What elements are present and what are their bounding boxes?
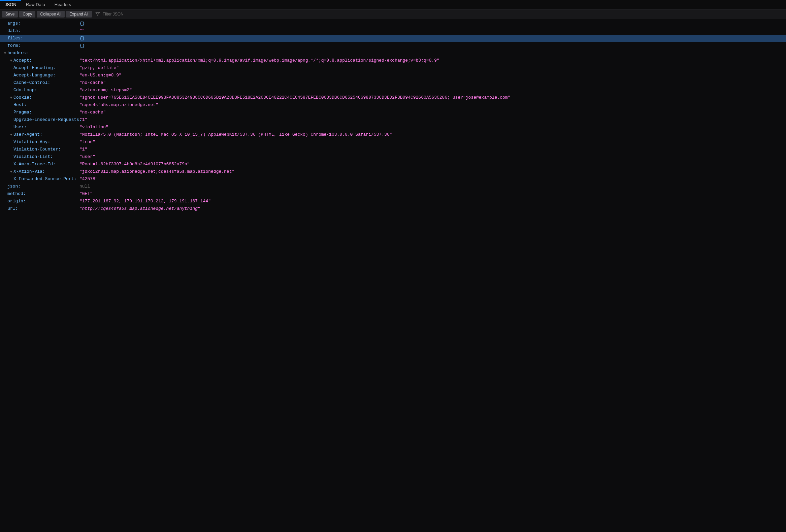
row-headers[interactable]: ▼headers:: [0, 49, 786, 57]
filter-input[interactable]: [102, 11, 784, 17]
row-pragma[interactable]: ▼Pragma: "no-cache": [0, 109, 786, 116]
key-files: files:: [7, 35, 25, 42]
row-accept[interactable]: ▼Accept: "text/html,application/xhtml+xm…: [0, 57, 786, 64]
val-violation-list: "user": [79, 154, 786, 160]
row-violation-list[interactable]: ▼Violation-List: "user": [0, 153, 786, 161]
tab-raw-data[interactable]: Raw Data: [21, 0, 50, 9]
row-accept-encoding[interactable]: ▼Accept-Encoding: "gzip, deflate": [0, 64, 786, 72]
val-upgrade-insecure-requests: "1": [79, 116, 786, 123]
expand-all-button[interactable]: Expand All: [66, 11, 92, 18]
toggle-accept[interactable]: ▼: [9, 57, 14, 63]
key-user: User:: [14, 124, 28, 131]
tab-json[interactable]: JSON: [0, 0, 21, 9]
row-files[interactable]: ▼files: {}: [0, 35, 786, 42]
row-cookie[interactable]: ▼Cookie: "sgnck_user=765E613EA58E84CEEE9…: [0, 94, 786, 101]
row-data[interactable]: ▼data: "": [0, 27, 786, 35]
tab-headers[interactable]: Headers: [50, 0, 76, 9]
key-headers: headers:: [7, 50, 30, 56]
key-x-amzn-trace-id: X-Amzn-Trace-Id:: [14, 161, 57, 168]
key-method: method:: [7, 190, 27, 197]
row-user-agent[interactable]: ▼User-Agent: "Mozilla/5.0 (Macintosh; In…: [0, 131, 786, 138]
row-form[interactable]: ▼form: {}: [0, 42, 786, 49]
val-origin: "177.201.187.92, 179.191.170.212, 179.19…: [79, 198, 786, 205]
toggle-x-azion-via[interactable]: ▼: [9, 168, 14, 175]
key-url: url:: [7, 205, 19, 212]
val-form: {}: [79, 42, 786, 49]
key-cdn-loop: Cdn-Loop:: [14, 87, 39, 94]
val-json: null: [79, 183, 786, 190]
row-json[interactable]: ▼json: null: [0, 183, 786, 190]
save-button[interactable]: Save: [2, 11, 18, 18]
filter-icon: [95, 12, 100, 17]
val-data: "": [79, 28, 786, 34]
json-tree: ▼args: {} ▼data: "" ▼files: {} ▼form: {}…: [0, 19, 786, 219]
key-origin: origin:: [7, 198, 27, 205]
key-json: json:: [7, 183, 22, 190]
val-x-amzn-trace-id: "Root=1-62bf3307-4b0d8b2c4d91077b6852a79…: [79, 161, 786, 168]
row-x-azion-via[interactable]: ▼X-Azion-Via: "jdxoi2r0i2.map.azionedge.…: [0, 168, 786, 176]
val-args: {}: [79, 20, 786, 27]
key-pragma: Pragma:: [14, 109, 33, 116]
key-cache-control: Cache-Control:: [14, 79, 51, 86]
key-violation-any: Violation-Any:: [14, 139, 51, 145]
row-violation-any[interactable]: ▼Violation-Any: "true": [0, 138, 786, 146]
row-method[interactable]: ▼method: "GET": [0, 190, 786, 198]
val-user: "violation": [79, 124, 786, 131]
key-host: Host:: [14, 102, 28, 109]
row-upgrade-insecure-requests[interactable]: ▼Upgrade-Insecure-Requests: "1": [0, 116, 786, 123]
val-pragma: "no-cache": [79, 109, 786, 116]
val-host: "cqes4sfa5s.map.azionedge.net": [79, 102, 786, 109]
filter-wrap: [95, 11, 784, 17]
row-url[interactable]: ▼url: "http://cqes4sfa5s.map.azionedge.n…: [0, 205, 786, 212]
toggle-cookie[interactable]: ▼: [9, 94, 14, 100]
key-accept-encoding: Accept-Encoding:: [14, 65, 57, 71]
val-files: {}: [79, 35, 786, 42]
key-violation-counter: Violation-Counter:: [14, 146, 62, 153]
val-accept-encoding: "gzip, deflate": [79, 65, 786, 71]
row-x-amzn-trace-id[interactable]: ▼X-Amzn-Trace-Id: "Root=1-62bf3307-4b0d8…: [0, 161, 786, 168]
row-origin[interactable]: ▼origin: "177.201.187.92, 179.191.170.21…: [0, 198, 786, 205]
key-x-forwarded-source-port: X-Forwarded-Source-Port:: [14, 176, 78, 183]
key-user-agent: User-Agent:: [14, 131, 44, 138]
key-violation-list: Violation-List:: [14, 154, 54, 160]
key-accept-language: Accept-Language:: [14, 72, 57, 79]
val-url: "http://cqes4sfa5s.map.azionedge.net/any…: [79, 205, 786, 212]
toggle-headers[interactable]: ▼: [3, 50, 7, 56]
val-cache-control: "no-cache": [79, 79, 786, 86]
val-violation-any: "true": [79, 139, 786, 145]
collapse-all-button[interactable]: Collapse All: [37, 11, 65, 18]
row-x-forwarded-source-port[interactable]: ▼X-Forwarded-Source-Port: "42578": [0, 176, 786, 183]
key-form: form:: [7, 42, 22, 49]
val-user-agent: "Mozilla/5.0 (Macintosh; Intel Mac OS X …: [79, 131, 786, 138]
row-host[interactable]: ▼Host: "cqes4sfa5s.map.azionedge.net": [0, 101, 786, 109]
val-cookie: "sgnck_user=765E613EA58E84CEEE993FA38853…: [79, 94, 786, 101]
row-args[interactable]: ▼args: {}: [0, 20, 786, 27]
row-user[interactable]: ▼User: "violation": [0, 123, 786, 131]
row-violation-counter[interactable]: ▼Violation-Counter: "1": [0, 146, 786, 153]
row-cache-control[interactable]: ▼Cache-Control: "no-cache": [0, 79, 786, 87]
toggle-user-agent[interactable]: ▼: [9, 131, 14, 137]
key-x-azion-via: X-Azion-Via:: [14, 168, 46, 175]
val-cdn-loop: "azion.com; steps=2": [79, 87, 786, 94]
key-args: args:: [7, 20, 22, 27]
key-cookie: Cookie:: [14, 94, 33, 101]
val-x-forwarded-source-port: "42578": [79, 176, 786, 183]
row-cdn-loop[interactable]: ▼Cdn-Loop: "azion.com; steps=2": [0, 87, 786, 94]
val-x-azion-via: "jdxoi2r0i2.map.azionedge.net;cqes4sfa5s…: [79, 168, 786, 175]
key-upgrade-insecure-requests: Upgrade-Insecure-Requests:: [14, 116, 83, 123]
copy-button[interactable]: Copy: [19, 11, 36, 18]
val-accept: "text/html,application/xhtml+xml,applica…: [79, 57, 786, 64]
row-accept-language[interactable]: ▼Accept-Language: "en-US,en;q=0.9": [0, 72, 786, 79]
val-method: "GET": [79, 190, 786, 197]
toolbar: Save Copy Collapse All Expand All: [0, 9, 786, 19]
key-data: data:: [7, 28, 22, 34]
val-violation-counter: "1": [79, 146, 786, 153]
key-accept: Accept:: [14, 57, 33, 64]
view-tabs: JSON Raw Data Headers: [0, 0, 786, 9]
val-accept-language: "en-US,en;q=0.9": [79, 72, 786, 79]
